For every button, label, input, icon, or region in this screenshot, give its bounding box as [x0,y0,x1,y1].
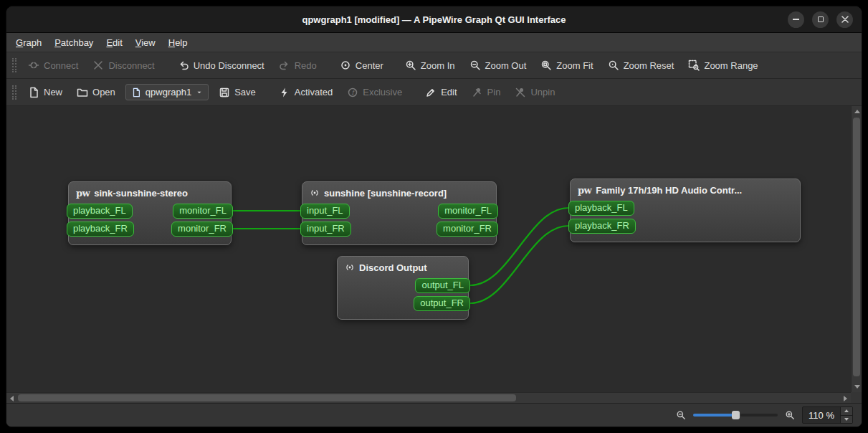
unpin-button[interactable]: Unpin [509,83,561,102]
zoom-spin-up-button[interactable] [841,407,852,415]
redo-icon [279,60,290,71]
vertical-scroll-handle[interactable] [853,118,860,376]
zoom-out-small-icon[interactable] [676,410,686,420]
node-header: pw sink-sunshine-stereo [69,182,231,204]
patchbay-file-value: qpwgraph1 [146,87,191,97]
zoom-slider-fill [693,414,733,417]
port-monitor-fl[interactable]: monitor_FL [173,204,233,219]
vertical-scrollbar[interactable] [851,106,862,392]
zoom-range-button[interactable]: Zoom Range [682,56,763,75]
toolbar-grip[interactable] [12,85,16,100]
edit-button[interactable]: Edit [419,83,462,102]
port-output-fl[interactable]: output_FL [415,278,470,293]
save-button[interactable]: Save [213,83,262,102]
canvas-area: pw sink-sunshine-stereo playback_FL moni… [6,106,862,403]
center-icon [340,60,351,71]
zoom-fit-label: Zoom Fit [556,60,593,71]
horizontal-scrollbar[interactable] [6,392,851,403]
connect-label: Connect [44,60,78,71]
zoom-percent-value[interactable]: 110 % [803,407,840,423]
zoom-percent-spinbox[interactable]: 110 % [802,406,853,424]
statusbar: 110 % [6,403,862,427]
port-monitor-fr[interactable]: monitor_FR [437,222,498,237]
zoom-slider[interactable] [693,410,778,420]
horizontal-scroll-handle[interactable] [18,394,516,401]
zoom-fit-icon [540,60,552,71]
activated-label: Activated [295,87,333,97]
center-label: Center [356,60,383,71]
open-folder-icon [77,87,88,98]
zoom-range-label: Zoom Range [704,60,758,71]
unpin-label: Unpin [530,87,555,97]
stream-icon [310,188,320,198]
center-button[interactable]: Center [334,56,389,75]
pin-label: Pin [487,87,501,97]
zoom-reset-icon [608,60,619,71]
menu-help[interactable]: Help [162,35,194,50]
redo-label: Redo [295,60,317,71]
port-playback-fr[interactable]: playback_FR [568,219,636,234]
graph-canvas[interactable]: pw sink-sunshine-stereo playback_FL moni… [6,106,851,392]
edit-label: Edit [441,87,457,97]
node-title: sunshine [sunshine-record] [324,188,447,199]
menu-view[interactable]: View [129,35,162,50]
pin-icon [472,87,483,98]
new-button[interactable]: New [22,83,68,102]
node-sunshine[interactable]: sunshine [sunshine-record] input_FL moni… [302,181,497,245]
connect-button[interactable]: Connect [22,56,84,75]
exclusive-button[interactable]: f Exclusive [341,83,408,102]
pin-button[interactable]: Pin [466,83,507,102]
port-playback-fl[interactable]: playback_FL [67,204,133,219]
menu-edit[interactable]: Edit [100,35,128,50]
menu-patchbay[interactable]: Patchbay [48,35,100,50]
node-family-hd-audio[interactable]: pw Family 17h/19h HD Audio Contr... play… [570,179,801,242]
chevron-down-icon [196,89,203,96]
zoom-spin-down-button[interactable] [841,415,852,424]
scroll-left-arrow[interactable] [10,396,14,401]
disconnect-label: Disconnect [108,60,154,71]
toolbar-patchbay: New Open qpwgraph1 Save Activated f Excl… [6,79,862,106]
up-arrow-icon [844,409,849,412]
zoom-out-button[interactable]: Zoom Out [464,56,533,75]
minimize-icon [793,19,799,20]
connection-wires [6,106,851,392]
port-input-fr[interactable]: input_FR [300,222,351,237]
undo-disconnect-button[interactable]: Undo Disconnect [172,56,270,75]
zoom-in-small-icon[interactable] [785,410,795,420]
port-monitor-fl[interactable]: monitor_FL [438,204,498,219]
activated-button[interactable]: Activated [273,83,338,102]
port-playback-fl[interactable]: playback_FL [568,201,634,216]
node-sink-sunshine-stereo[interactable]: pw sink-sunshine-stereo playback_FL moni… [68,181,232,245]
zoom-in-icon [405,60,416,71]
zoom-in-button[interactable]: Zoom In [399,56,461,75]
port-input-fl[interactable]: input_FL [300,204,350,219]
menu-graph[interactable]: Graph [9,35,48,50]
close-button[interactable] [836,11,853,28]
menubar: Graph Patchbay Edit View Help [6,33,862,52]
maximize-button[interactable] [812,11,829,28]
zoom-out-label: Zoom Out [485,60,527,71]
disconnect-button[interactable]: Disconnect [87,56,160,75]
zoom-range-icon [688,60,700,71]
port-output-fr[interactable]: output_FR [414,296,470,311]
titlebar[interactable]: qpwgraph1 [modified] — A PipeWire Graph … [6,6,862,33]
patchbay-file-combo[interactable]: qpwgraph1 [125,84,209,100]
minimize-button[interactable] [788,11,804,28]
port-playback-fr[interactable]: playback_FR [67,222,134,237]
node-discord-output[interactable]: Discord Output output_FL output_FR [337,256,469,320]
disconnect-icon [92,60,104,71]
zoom-slider-handle[interactable] [732,411,740,419]
save-icon [219,87,230,98]
redo-button[interactable]: Redo [273,56,323,75]
zoom-fit-button[interactable]: Zoom Fit [535,56,598,75]
scroll-up-arrow[interactable] [854,110,860,113]
toolbar-grip[interactable] [12,58,16,72]
save-label: Save [234,87,256,97]
scroll-right-arrow[interactable] [844,396,847,401]
window-controls [788,6,853,32]
open-button[interactable]: Open [71,83,121,102]
open-label: Open [92,87,115,97]
zoom-reset-button[interactable]: Zoom Reset [602,56,680,75]
scroll-down-arrow[interactable] [854,385,860,389]
port-monitor-fr[interactable]: monitor_FR [171,222,233,237]
